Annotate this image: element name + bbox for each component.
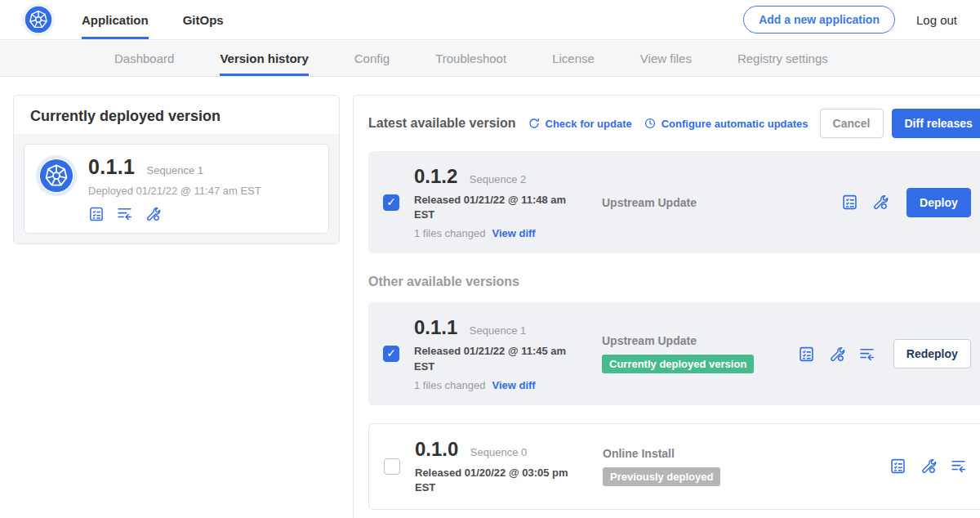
version-source: Online Install Previously deployed [603,447,875,486]
version-checkbox[interactable] [383,194,399,211]
app-subnav: Dashboard Version history Config Trouble… [0,40,980,77]
release-notes-icon[interactable] [841,194,858,211]
diff-icon[interactable] [858,346,875,363]
version-checkbox[interactable] [384,458,400,475]
nav-tab-application-label: Application [82,13,149,27]
configure-auto-updates-link[interactable]: Configure automatic updates [644,117,808,130]
nav-tab-gitops-label: GitOps [183,13,224,27]
version-row-0-1-0: 0.1.0 Sequence 0 Released 01/20/22 @ 03:… [368,423,980,510]
view-diff-link[interactable]: View diff [492,227,535,239]
files-changed-label: 1 files changed [414,227,485,239]
deploy-button[interactable]: Deploy [906,188,971,217]
version-info: 0.1.2 Sequence 2 Released 01/21/22 @ 11:… [414,165,587,239]
kubernetes-logo-icon [24,6,52,33]
version-source: Upstream Update Currently deployed versi… [602,334,783,373]
release-notes-icon[interactable] [88,206,105,222]
release-notes-icon[interactable] [889,458,906,475]
kubernetes-app-icon [39,159,74,193]
deployed-sequence-label: Sequence 1 [147,164,203,176]
version-actions [889,458,967,475]
version-checkbox[interactable] [383,346,399,362]
subnav-item-registry-settings[interactable]: Registry settings [737,40,828,76]
subnav-item-view-files[interactable]: View files [640,40,692,76]
diff-icon[interactable] [116,205,133,222]
view-diff-link[interactable]: View diff [492,379,535,391]
subnav-item-troubleshoot-label: Troubleshoot [435,51,506,65]
cancel-button[interactable]: Cancel [820,109,884,138]
config-icon[interactable] [920,458,937,475]
redeploy-button[interactable]: Redeploy [893,339,971,368]
subnav-item-version-history[interactable]: Version history [220,40,308,76]
nav-tab-gitops[interactable]: GitOps [183,0,224,39]
currently-deployed-panel: Currently deployed version 0.1.1 Sequenc… [13,95,340,244]
release-notes-icon[interactable] [798,346,815,363]
clock-icon [644,117,657,130]
subnav-item-license[interactable]: License [552,40,595,76]
version-history-panel: Latest available version Check for updat… [353,95,980,518]
main-content: Currently deployed version 0.1.1 Sequenc… [0,77,980,518]
version-history-header: Latest available version Check for updat… [368,109,980,138]
sequence-label: Sequence 2 [470,173,526,185]
deployed-actions [88,205,261,222]
nav-tab-application[interactable]: Application [82,0,149,39]
subnav-item-dashboard[interactable]: Dashboard [114,40,174,76]
sequence-label: Sequence 1 [470,324,526,337]
files-changed-line: 1 files changedView diff [414,379,587,391]
add-application-button[interactable]: Add a new application [743,6,895,33]
currently-deployed-body: 0.1.1 Sequence 1 Deployed 01/21/22 @ 11:… [14,134,339,243]
subnav-item-license-label: License [552,51,595,65]
subnav-item-troubleshoot[interactable]: Troubleshoot [435,40,506,76]
version-row-0-1-1: 0.1.1 Sequence 1 Released 01/21/22 @ 11:… [368,302,980,404]
currently-deployed-badge: Currently deployed version [602,355,754,373]
primary-nav: Application GitOps [82,0,224,39]
subnav-item-dashboard-label: Dashboard [114,51,174,65]
diff-icon[interactable] [950,458,967,475]
subnav-item-registry-settings-label: Registry settings [737,51,828,65]
config-icon[interactable] [828,346,845,363]
version-source: Upstream Update [602,196,826,209]
deployed-version-card: 0.1.1 Sequence 1 Deployed 01/21/22 @ 11:… [24,144,329,234]
subnav-item-version-history-label: Version history [220,51,308,65]
released-timestamp: Released 01/21/22 @ 11:48 am EST [414,193,574,222]
deployed-version-number: 0.1.1 [88,155,135,178]
logout-button[interactable]: Log out [916,13,957,27]
version-number: 0.1.1 [414,316,457,338]
deployed-timestamp: Deployed 01/21/22 @ 11:47 am EST [88,185,261,197]
source-label: Online Install [603,447,875,460]
navbar-right: Add a new application Log out [743,6,957,33]
version-number: 0.1.0 [415,438,458,460]
check-for-update-link[interactable]: Check for update [528,117,632,130]
refresh-icon [528,117,541,130]
configure-auto-updates-label: Configure automatic updates [662,118,808,130]
previously-deployed-badge: Previously deployed [603,467,720,486]
currently-deployed-title: Currently deployed version [14,96,339,134]
released-timestamp: Released 01/21/22 @ 11:45 am EST [414,344,574,373]
config-icon[interactable] [145,206,161,222]
subnav-item-view-files-label: View files [640,51,692,65]
released-timestamp: Released 01/20/22 @ 03:05 pm EST [415,466,575,495]
source-label: Upstream Update [602,196,826,209]
version-row-0-1-2: 0.1.2 Sequence 2 Released 01/21/22 @ 11:… [368,151,980,253]
subnav-item-config-label: Config [354,51,390,65]
source-label: Upstream Update [602,334,783,347]
top-navbar: Application GitOps Add a new application… [0,0,980,40]
version-actions [798,346,875,363]
deployed-version-details: 0.1.1 Sequence 1 Deployed 01/21/22 @ 11:… [88,155,261,222]
latest-version-title: Latest available version [368,116,516,131]
version-number: 0.1.2 [414,165,457,187]
sequence-label: Sequence 0 [470,446,527,458]
subnav-item-config[interactable]: Config [354,40,390,76]
version-info: 0.1.0 Sequence 0 Released 01/20/22 @ 03:… [415,438,588,495]
other-versions-title: Other available versions [368,275,980,289]
files-changed-label: 1 files changed [414,379,485,391]
version-actions [841,194,889,211]
version-info: 0.1.1 Sequence 1 Released 01/21/22 @ 11:… [414,316,587,391]
check-for-update-label: Check for update [546,118,632,130]
config-icon[interactable] [871,194,889,211]
files-changed-line: 1 files changedView diff [414,227,587,239]
diff-releases-button[interactable]: Diff releases [892,109,980,138]
